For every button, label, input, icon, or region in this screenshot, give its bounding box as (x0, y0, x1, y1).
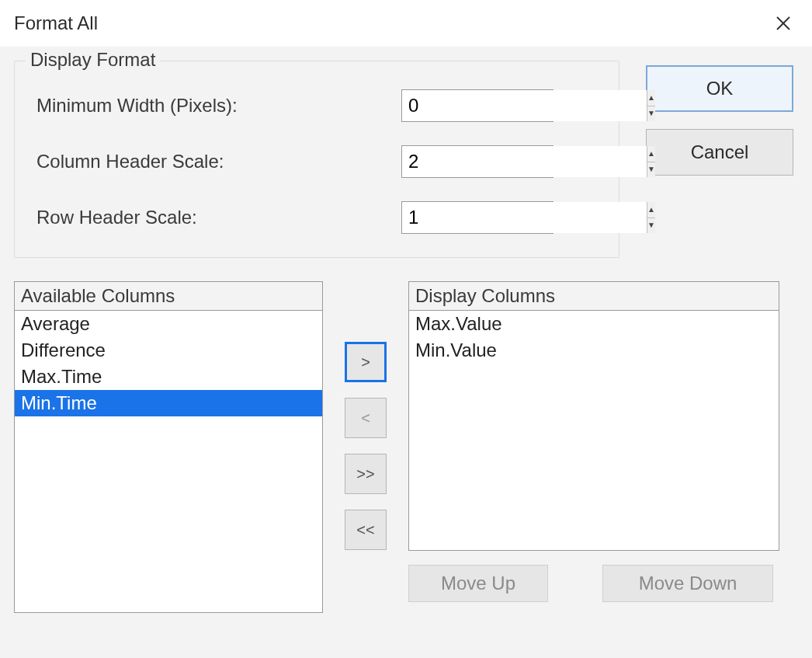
column-header-scale-spin-up[interactable]: ▲ (647, 146, 655, 162)
close-button[interactable] (769, 9, 798, 38)
display-format-legend: Display Format (26, 49, 160, 71)
column-header-scale-spin-buttons: ▲ ▼ (647, 146, 655, 177)
row-header-scale-label: Row Header Scale: (36, 207, 401, 228)
list-item[interactable]: Max.Value (409, 311, 779, 337)
action-buttons-column: OK Cancel (646, 65, 801, 193)
column-header-scale-spinner[interactable]: ▲ ▼ (401, 145, 553, 178)
row-row-header-scale: Row Header Scale: ▲ ▼ (36, 201, 603, 234)
minimum-width-label: Minimum Width (Pixels): (36, 95, 401, 117)
move-up-button[interactable]: Move Up (408, 565, 548, 602)
cancel-button[interactable]: Cancel (646, 129, 793, 176)
display-columns-listbox[interactable]: Max.ValueMin.Value (408, 310, 779, 551)
ok-button[interactable]: OK (646, 65, 793, 112)
close-icon (776, 16, 791, 31)
minimum-width-spin-down[interactable]: ▼ (647, 106, 655, 122)
available-columns-panel: Available Columns AverageDifferenceMax.T… (14, 281, 323, 613)
reorder-buttons-row: Move Up Move Down (408, 565, 779, 602)
list-item[interactable]: Min.Value (409, 337, 779, 364)
list-item[interactable]: Min.Time (15, 390, 322, 416)
row-header-scale-input[interactable] (402, 202, 647, 233)
row-header-scale-spinner[interactable]: ▲ ▼ (401, 201, 553, 234)
column-header-scale-label: Column Header Scale: (36, 151, 401, 172)
column-header-scale-spin-down[interactable]: ▼ (647, 162, 655, 178)
row-header-scale-spin-down[interactable]: ▼ (647, 218, 655, 234)
move-down-button[interactable]: Move Down (602, 565, 773, 602)
row-header-scale-spin-buttons: ▲ ▼ (647, 202, 655, 233)
minimum-width-spinner[interactable]: ▲ ▼ (401, 89, 553, 122)
list-item[interactable]: Difference (15, 337, 322, 364)
window-title: Format All (14, 12, 98, 34)
list-item[interactable]: Average (15, 311, 322, 337)
dual-list-area: Available Columns AverageDifferenceMax.T… (14, 281, 803, 613)
row-minimum-width: Minimum Width (Pixels): ▲ ▼ (36, 89, 603, 122)
add-all-button[interactable]: >> (345, 454, 387, 494)
title-bar: Format All (0, 0, 812, 47)
list-item[interactable]: Max.Time (15, 364, 322, 390)
minimum-width-spin-up[interactable]: ▲ (647, 90, 655, 106)
display-columns-label: Display Columns (408, 281, 779, 310)
minimum-width-input[interactable] (402, 90, 647, 121)
dialog-client-area: OK Cancel Display Format Minimum Width (… (0, 47, 812, 658)
transfer-buttons-column: > < >> << (345, 281, 387, 550)
row-header-scale-spin-up[interactable]: ▲ (647, 202, 655, 218)
display-format-group: Display Format Minimum Width (Pixels): ▲… (14, 61, 619, 258)
remove-all-button[interactable]: << (345, 510, 387, 550)
add-button[interactable]: > (345, 342, 387, 382)
remove-button[interactable]: < (345, 398, 387, 438)
available-columns-listbox[interactable]: AverageDifferenceMax.TimeMin.Time (14, 310, 323, 613)
row-column-header-scale: Column Header Scale: ▲ ▼ (36, 145, 603, 178)
column-header-scale-input[interactable] (402, 146, 647, 177)
display-columns-panel: Display Columns Max.ValueMin.Value Move … (408, 281, 779, 602)
available-columns-label: Available Columns (14, 281, 323, 310)
minimum-width-spin-buttons: ▲ ▼ (647, 90, 655, 121)
